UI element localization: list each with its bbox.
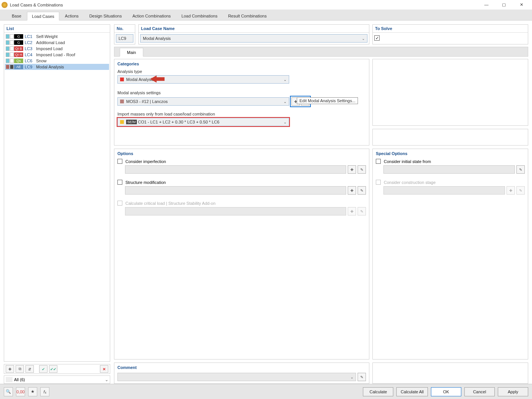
tab-design-situations[interactable]: Design Situations xyxy=(84,11,127,20)
initial-state-dropdown[interactable] xyxy=(383,165,515,174)
tooltip: Edit Modal Analysis Settings... xyxy=(297,97,358,104)
titlebar: Load Cases & Combinations — ▢ ✕ xyxy=(0,0,532,10)
function-icon[interactable]: fᵪ xyxy=(40,387,49,396)
import-chip-icon xyxy=(120,120,124,124)
consider-initial-checkbox[interactable] xyxy=(376,159,381,164)
main-tabstrip: Base Load Cases Actions Design Situation… xyxy=(0,10,532,21)
search-icon[interactable]: 🔍 xyxy=(4,387,13,396)
tab-result-combinations[interactable]: Result Combinations xyxy=(223,11,272,20)
tab-action-combinations[interactable]: Action Combinations xyxy=(127,11,176,20)
window-title: Load Cases & Combinations xyxy=(10,3,63,7)
load-case-name-field[interactable]: Modal Analysis⌄ xyxy=(140,34,367,43)
tab-load-cases[interactable]: Load Cases xyxy=(27,12,59,21)
structure-mod-new-button[interactable]: ✚ xyxy=(348,186,356,195)
initial-state-edit-button[interactable]: ✎ xyxy=(516,165,525,174)
categories-title: Categories xyxy=(117,62,366,66)
tab-main[interactable]: Main xyxy=(120,48,143,57)
no-label: No. xyxy=(114,25,135,33)
no-field[interactable]: LC9 xyxy=(116,34,133,43)
delete-icon[interactable]: ✕ xyxy=(100,365,108,373)
modal-settings-chip-icon xyxy=(120,100,124,103)
footer: 🔍 0,00 ★ fᵪ Calculate Calculate All OK C… xyxy=(0,384,532,399)
options-section: Options Consider imperfection ✚ ✎ Struct… xyxy=(114,149,369,359)
calculate-all-button[interactable]: Calculate All xyxy=(396,387,428,396)
copy-icon[interactable]: ⧉ xyxy=(16,365,24,373)
list-panel: List GLC1Self-WeightGLC2Additional LoadQ… xyxy=(4,24,110,362)
cancel-button[interactable]: Cancel xyxy=(464,387,495,396)
structure-mod-dropdown[interactable] xyxy=(125,186,346,195)
list-toolbar: ✚ ⧉ ⇵ ✔ ✔✔ ✕ xyxy=(4,364,110,374)
new-icon[interactable]: ✚ xyxy=(6,365,14,373)
imperfection-edit-button[interactable]: ✎ xyxy=(358,165,366,174)
chevron-down-icon: ⌄ xyxy=(103,377,110,382)
list-item[interactable]: GLC2Additional Load xyxy=(5,40,109,46)
structure-mod-edit-button[interactable]: ✎ xyxy=(358,186,366,195)
import-masses-label: Import masses only from load case/load c… xyxy=(117,112,366,116)
no-panel: No. LC9 xyxy=(114,24,135,44)
units-icon[interactable]: 0,00 xyxy=(16,387,25,396)
to-solve-checkbox[interactable]: ✓ xyxy=(374,35,380,41)
import-masses-dropdown[interactable]: SE/M CO1 - LC1 + LC2 + 0.30 * LC3 + 0.50… xyxy=(117,118,289,126)
special-options-title: Special Options xyxy=(376,151,525,156)
app-icon xyxy=(2,2,8,8)
chevron-down-icon: ⌄ xyxy=(283,100,287,104)
inner-tabstrip: Main xyxy=(114,47,528,57)
modal-settings-label: Modal analysis settings xyxy=(117,90,366,95)
comment-edit-button[interactable]: ✎ xyxy=(358,373,366,381)
calc-critical-new-button: ✚ xyxy=(348,207,356,215)
apply-button[interactable]: Apply xyxy=(498,387,528,396)
structure-modification-checkbox[interactable] xyxy=(117,180,122,185)
calculate-button[interactable]: Calculate xyxy=(363,387,393,396)
calc-critical-label: Calculate critical load | Structure Stab… xyxy=(125,201,215,206)
imperfection-new-button[interactable]: ✚ xyxy=(348,165,356,174)
consider-construction-label: Consider construction stage xyxy=(384,180,435,185)
preview-panel-bottom xyxy=(372,129,528,146)
name-panel: Load Case Name Modal Analysis⌄ xyxy=(138,24,369,44)
consider-imperfection-checkbox[interactable] xyxy=(117,159,122,164)
tab-load-combinations[interactable]: Load Combinations xyxy=(176,11,222,20)
list-item[interactable]: AELC9Modal Analysis xyxy=(5,64,109,70)
chevron-down-icon: ⌄ xyxy=(350,375,353,379)
analysis-type-label: Analysis type xyxy=(117,69,366,74)
list-item[interactable]: QsLC6Snow xyxy=(5,58,109,64)
construction-edit-button: ✎ xyxy=(516,186,525,195)
solve-panel: To Solve ✓ xyxy=(372,24,528,44)
modal-settings-dropdown[interactable]: MOS3 - #12 | Lanczos ⌄ xyxy=(117,97,289,106)
import-badge: SE/M xyxy=(126,120,137,124)
list-item[interactable]: GLC1Self-Weight xyxy=(5,33,109,40)
analysis-type-dropdown[interactable]: Modal Analysis ⌄ xyxy=(117,75,289,84)
preview-panel-top xyxy=(372,59,528,126)
sort-icon[interactable]: ⇵ xyxy=(25,365,34,373)
minimize-button[interactable]: — xyxy=(481,2,492,7)
list-header: List xyxy=(4,25,110,33)
ok-button[interactable]: OK xyxy=(431,387,461,396)
calc-critical-checkbox xyxy=(117,201,122,206)
checkall-icon[interactable]: ✔✔ xyxy=(49,365,57,373)
imperfection-dropdown[interactable] xyxy=(125,165,346,174)
list-item[interactable]: QI BLC3Imposed Load xyxy=(5,46,109,52)
chevron-down-icon: ⌄ xyxy=(283,120,287,124)
consider-initial-label: Consider initial state from xyxy=(384,159,431,164)
check-icon[interactable]: ✔ xyxy=(39,365,48,373)
filter-text: All (6) xyxy=(14,377,103,382)
calc-critical-edit-button: ✎ xyxy=(358,207,366,215)
tab-actions[interactable]: Actions xyxy=(60,11,84,20)
construction-new-button: ✚ xyxy=(507,186,515,195)
analysis-type-chip-icon xyxy=(120,78,124,81)
solve-label: To Solve xyxy=(373,25,528,33)
check-icon: ✓ xyxy=(375,36,379,40)
filter-swatch-icon xyxy=(6,377,13,382)
close-button[interactable]: ✕ xyxy=(516,2,527,7)
favorites-icon[interactable]: ★ xyxy=(28,387,37,396)
list-item[interactable]: QI HLC4Imposed Load - Roof xyxy=(5,52,109,58)
comment-field[interactable]: ⌄ xyxy=(117,373,356,381)
consider-imperfection-label: Consider imperfection xyxy=(125,159,166,164)
chevron-down-icon: ⌄ xyxy=(283,78,287,82)
maximize-button[interactable]: ▢ xyxy=(499,2,509,7)
comment-title: Comment xyxy=(117,365,366,370)
structure-modification-label: Structure modification xyxy=(125,180,166,185)
consider-construction-checkbox xyxy=(376,180,381,185)
list-filter[interactable]: All (6) ⌄ xyxy=(4,375,110,384)
chevron-down-icon: ⌄ xyxy=(362,36,365,41)
tab-base[interactable]: Base xyxy=(7,11,26,20)
